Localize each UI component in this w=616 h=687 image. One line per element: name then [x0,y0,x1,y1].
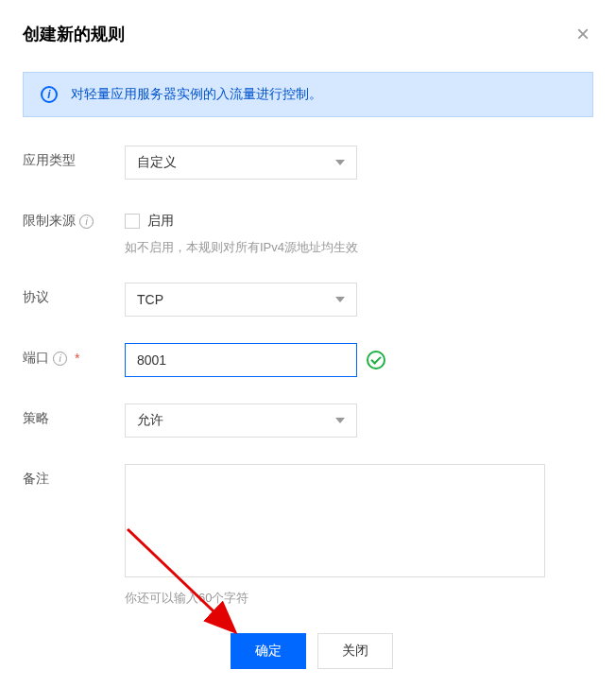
remark-row: 备注 你还可以输入60个字符 [23,464,593,607]
info-text: 对轻量应用服务器实例的入流量进行控制。 [71,86,322,103]
policy-row: 策略 允许 [23,404,593,438]
dialog-title: 创建新的规则 [23,23,125,45]
create-rule-dialog: 创建新的规则 × i 对轻量应用服务器实例的入流量进行控制。 应用类型 自定义 … [0,0,616,687]
app-type-row: 应用类型 自定义 [23,146,593,180]
protocol-select[interactable]: TCP [125,283,357,317]
help-icon[interactable]: i [79,215,94,229]
protocol-value: TCP [137,292,163,307]
port-row: 端口 i * [23,343,593,377]
chevron-down-icon [335,418,345,423]
info-icon: i [41,86,58,103]
protocol-label: 协议 [23,283,125,306]
dialog-footer: 确定 关闭 [23,633,593,669]
policy-select[interactable]: 允许 [125,404,357,438]
policy-label: 策略 [23,404,125,427]
protocol-row: 协议 TCP [23,283,593,317]
app-type-value: 自定义 [137,154,177,171]
enable-checkbox-label: 启用 [147,213,174,230]
remark-textarea[interactable] [125,464,545,577]
app-type-label: 应用类型 [23,146,125,169]
close-icon[interactable]: × [573,19,593,49]
restrict-source-label: 限制来源 i [23,206,125,230]
restrict-source-row: 限制来源 i 启用 如不启用，本规则对所有IPv4源地址均生效 [23,206,593,256]
help-icon[interactable]: i [53,352,67,366]
info-banner: i 对轻量应用服务器实例的入流量进行控制。 [23,72,593,117]
required-mark: * [75,351,79,366]
chevron-down-icon [335,297,345,302]
app-type-select[interactable]: 自定义 [125,146,357,180]
port-label: 端口 i * [23,343,125,367]
chevron-down-icon [335,160,345,165]
confirm-button[interactable]: 确定 [231,633,306,669]
port-input[interactable] [125,343,357,377]
remark-label: 备注 [23,464,125,488]
policy-value: 允许 [137,412,163,429]
valid-check-icon [367,351,385,369]
remark-hint: 你还可以输入60个字符 [125,590,593,607]
dialog-header: 创建新的规则 × [23,19,593,49]
enable-checkbox[interactable] [125,214,140,229]
restrict-source-hint: 如不启用，本规则对所有IPv4源地址均生效 [125,239,593,256]
cancel-button[interactable]: 关闭 [317,633,393,669]
